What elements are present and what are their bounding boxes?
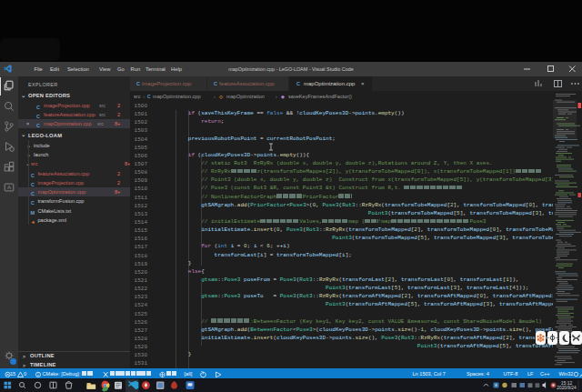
svg-text:A: A bbox=[7, 184, 12, 190]
